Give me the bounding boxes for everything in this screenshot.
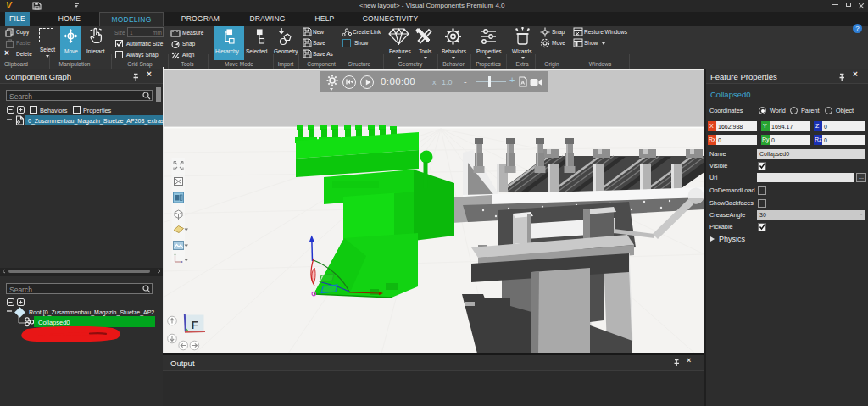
svg-text:F: F	[192, 319, 198, 331]
